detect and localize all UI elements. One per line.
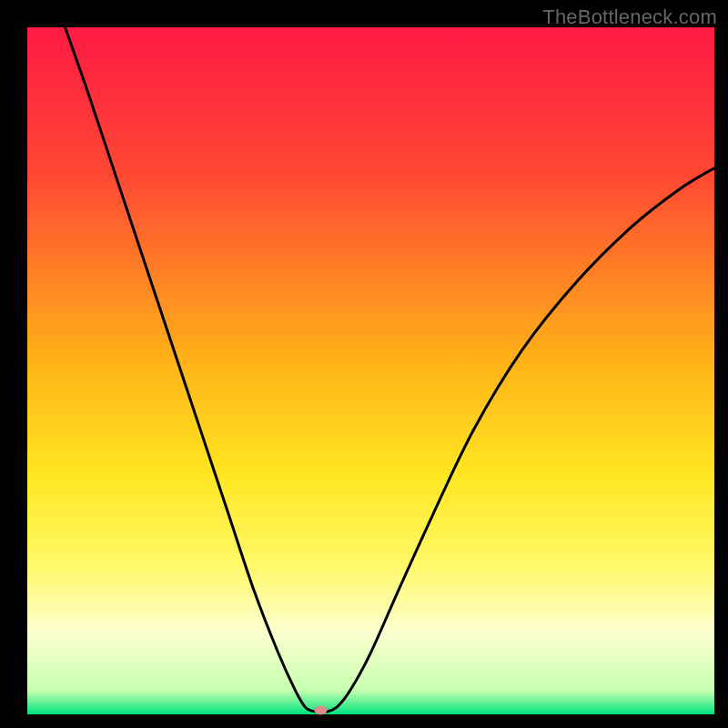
gradient-background: [27, 27, 714, 714]
minimum-marker: [314, 705, 327, 714]
watermark-text: TheBottleneck.com: [542, 5, 717, 29]
bottleneck-chart: TheBottleneck.com: [0, 0, 728, 728]
chart-svg: [0, 0, 728, 728]
